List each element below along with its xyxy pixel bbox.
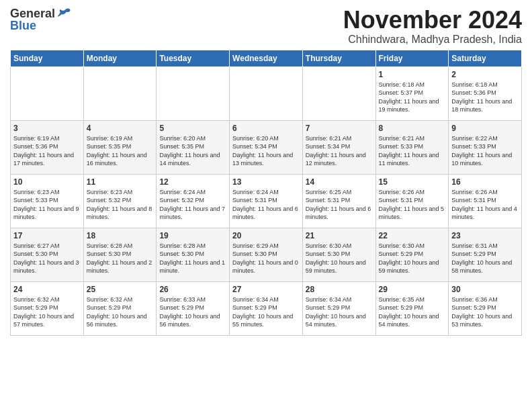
calendar-cell: 19Sunrise: 6:28 AMSunset: 5:30 PMDayligh…: [157, 228, 230, 281]
day-info: Sunrise: 6:25 AMSunset: 5:31 PMDaylight:…: [306, 188, 373, 222]
day-info: Sunrise: 6:21 AMSunset: 5:33 PMDaylight:…: [379, 134, 446, 168]
day-info: Sunrise: 6:35 AMSunset: 5:29 PMDaylight:…: [379, 295, 446, 329]
week-row-2: 3Sunrise: 6:19 AMSunset: 5:36 PMDaylight…: [11, 120, 522, 174]
calendar-cell: 18Sunrise: 6:28 AMSunset: 5:30 PMDayligh…: [83, 228, 157, 281]
week-row-4: 17Sunrise: 6:27 AMSunset: 5:30 PMDayligh…: [11, 228, 522, 281]
header-thursday: Thursday: [302, 50, 375, 66]
calendar-cell: 7Sunrise: 6:21 AMSunset: 5:34 PMDaylight…: [302, 120, 375, 174]
calendar-cell: 25Sunrise: 6:32 AMSunset: 5:29 PMDayligh…: [83, 281, 157, 335]
day-info: Sunrise: 6:28 AMSunset: 5:30 PMDaylight:…: [159, 242, 226, 275]
calendar-cell: 6Sunrise: 6:20 AMSunset: 5:34 PMDaylight…: [230, 120, 303, 174]
day-info: Sunrise: 6:20 AMSunset: 5:34 PMDaylight:…: [232, 134, 300, 168]
day-number: 1: [379, 70, 446, 79]
day-info: Sunrise: 6:30 AMSunset: 5:29 PMDaylight:…: [379, 242, 446, 275]
day-info: Sunrise: 6:23 AMSunset: 5:32 PMDaylight:…: [87, 188, 154, 222]
calendar-cell: 20Sunrise: 6:29 AMSunset: 5:30 PMDayligh…: [230, 228, 303, 281]
day-number: 6: [232, 124, 300, 133]
calendar-cell: 21Sunrise: 6:30 AMSunset: 5:30 PMDayligh…: [302, 228, 375, 281]
calendar-cell: 14Sunrise: 6:25 AMSunset: 5:31 PMDayligh…: [302, 174, 375, 228]
calendar-cell: 3Sunrise: 6:19 AMSunset: 5:36 PMDaylight…: [11, 120, 84, 174]
day-number: 3: [13, 124, 81, 133]
calendar-cell: [302, 66, 375, 120]
calendar-cell: 11Sunrise: 6:23 AMSunset: 5:32 PMDayligh…: [83, 174, 157, 228]
header-friday: Friday: [375, 50, 449, 66]
calendar-cell: [157, 66, 230, 120]
calendar-cell: 4Sunrise: 6:19 AMSunset: 5:35 PMDaylight…: [83, 120, 157, 174]
day-number: 10: [13, 177, 81, 187]
calendar-cell: 8Sunrise: 6:21 AMSunset: 5:33 PMDaylight…: [375, 120, 449, 174]
calendar-table: SundayMondayTuesdayWednesdayThursdayFrid…: [10, 50, 522, 336]
day-number: 19: [159, 231, 226, 240]
calendar-cell: 24Sunrise: 6:32 AMSunset: 5:29 PMDayligh…: [11, 281, 84, 335]
day-info: Sunrise: 6:24 AMSunset: 5:32 PMDaylight:…: [159, 188, 226, 222]
day-info: Sunrise: 6:19 AMSunset: 5:35 PMDaylight:…: [87, 134, 154, 168]
calendar-cell: 22Sunrise: 6:30 AMSunset: 5:29 PMDayligh…: [375, 228, 449, 281]
title-area: November 2024 Chhindwara, Madhya Pradesh…: [343, 7, 522, 46]
day-number: 13: [232, 177, 300, 187]
header-sunday: Sunday: [11, 50, 84, 66]
day-number: 26: [159, 285, 226, 294]
day-number: 4: [87, 124, 154, 133]
day-info: Sunrise: 6:18 AMSunset: 5:37 PMDaylight:…: [379, 81, 446, 114]
calendar-cell: [83, 66, 157, 120]
day-info: Sunrise: 6:34 AMSunset: 5:29 PMDaylight:…: [232, 295, 300, 329]
day-number: 9: [451, 124, 519, 133]
day-number: 7: [306, 124, 373, 133]
week-row-3: 10Sunrise: 6:23 AMSunset: 5:33 PMDayligh…: [11, 174, 522, 228]
day-number: 8: [379, 124, 446, 133]
day-info: Sunrise: 6:20 AMSunset: 5:35 PMDaylight:…: [159, 134, 226, 168]
calendar-cell: [11, 66, 84, 120]
day-number: 16: [451, 177, 519, 187]
day-number: 29: [379, 285, 446, 294]
calendar-cell: 1Sunrise: 6:18 AMSunset: 5:37 PMDaylight…: [375, 66, 449, 120]
calendar-cell: 16Sunrise: 6:26 AMSunset: 5:31 PMDayligh…: [449, 174, 522, 228]
day-number: 28: [306, 285, 373, 294]
day-number: 14: [306, 177, 373, 187]
calendar-cell: 15Sunrise: 6:26 AMSunset: 5:31 PMDayligh…: [375, 174, 449, 228]
day-number: 21: [306, 231, 373, 240]
day-info: Sunrise: 6:23 AMSunset: 5:33 PMDaylight:…: [13, 188, 81, 222]
calendar-cell: 30Sunrise: 6:36 AMSunset: 5:29 PMDayligh…: [449, 281, 522, 335]
day-info: Sunrise: 6:26 AMSunset: 5:31 PMDaylight:…: [451, 188, 519, 222]
header-monday: Monday: [83, 50, 157, 66]
calendar-cell: 29Sunrise: 6:35 AMSunset: 5:29 PMDayligh…: [375, 281, 449, 335]
day-info: Sunrise: 6:31 AMSunset: 5:29 PMDaylight:…: [451, 242, 519, 275]
location-title: Chhindwara, Madhya Pradesh, India: [343, 34, 522, 46]
day-number: 23: [451, 231, 519, 240]
day-info: Sunrise: 6:19 AMSunset: 5:36 PMDaylight:…: [13, 134, 81, 168]
header-tuesday: Tuesday: [157, 50, 230, 66]
day-info: Sunrise: 6:30 AMSunset: 5:30 PMDaylight:…: [306, 242, 373, 275]
day-number: 20: [232, 231, 300, 240]
calendar-cell: 23Sunrise: 6:31 AMSunset: 5:29 PMDayligh…: [449, 228, 522, 281]
header-row: SundayMondayTuesdayWednesdayThursdayFrid…: [11, 50, 522, 66]
calendar-cell: 17Sunrise: 6:27 AMSunset: 5:30 PMDayligh…: [11, 228, 84, 281]
calendar-cell: 5Sunrise: 6:20 AMSunset: 5:35 PMDaylight…: [157, 120, 230, 174]
day-number: 5: [159, 124, 226, 133]
day-number: 18: [87, 231, 154, 240]
logo-blue-text: Blue: [10, 19, 36, 33]
month-title: November 2024: [343, 7, 522, 34]
day-number: 22: [379, 231, 446, 240]
day-number: 24: [13, 285, 81, 294]
day-info: Sunrise: 6:32 AMSunset: 5:29 PMDaylight:…: [87, 295, 154, 329]
day-info: Sunrise: 6:18 AMSunset: 5:36 PMDaylight:…: [451, 81, 519, 114]
day-info: Sunrise: 6:29 AMSunset: 5:30 PMDaylight:…: [232, 242, 300, 275]
calendar-cell: 10Sunrise: 6:23 AMSunset: 5:33 PMDayligh…: [11, 174, 84, 228]
calendar-cell: 9Sunrise: 6:22 AMSunset: 5:33 PMDaylight…: [449, 120, 522, 174]
logo-area: General Blue: [10, 7, 71, 33]
day-info: Sunrise: 6:28 AMSunset: 5:30 PMDaylight:…: [87, 242, 154, 275]
day-info: Sunrise: 6:36 AMSunset: 5:29 PMDaylight:…: [451, 295, 519, 329]
day-info: Sunrise: 6:27 AMSunset: 5:30 PMDaylight:…: [13, 242, 81, 275]
day-info: Sunrise: 6:34 AMSunset: 5:29 PMDaylight:…: [306, 295, 373, 329]
week-row-1: 1Sunrise: 6:18 AMSunset: 5:37 PMDaylight…: [11, 66, 522, 120]
day-number: 15: [379, 177, 446, 187]
day-number: 2: [451, 70, 519, 79]
day-number: 11: [87, 177, 154, 187]
calendar-cell: 12Sunrise: 6:24 AMSunset: 5:32 PMDayligh…: [157, 174, 230, 228]
day-info: Sunrise: 6:22 AMSunset: 5:33 PMDaylight:…: [451, 134, 519, 168]
calendar-cell: 2Sunrise: 6:18 AMSunset: 5:36 PMDaylight…: [449, 66, 522, 120]
day-number: 17: [13, 231, 81, 240]
calendar-cell: 13Sunrise: 6:24 AMSunset: 5:31 PMDayligh…: [230, 174, 303, 228]
header: General Blue November 2024 Chhindwara, M…: [10, 7, 522, 46]
logo-bird-icon: [56, 7, 71, 21]
